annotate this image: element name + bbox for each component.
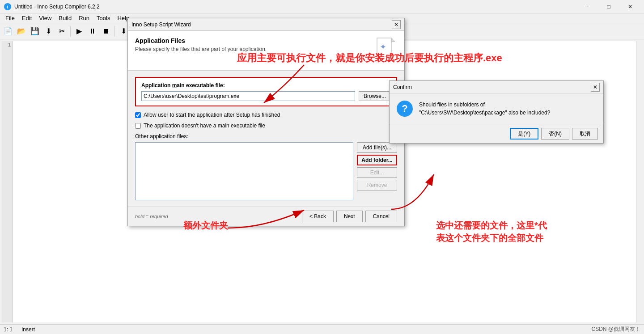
confirm-icon: ? bbox=[397, 101, 413, 117]
confirm-title: Confirm bbox=[393, 84, 591, 90]
menu-tools[interactable]: Tools bbox=[93, 14, 114, 22]
exe-label: Application main executable file: bbox=[141, 82, 391, 89]
title-bar: i Untitled - Inno Setup Compiler 6.2.2 ─… bbox=[0, 0, 644, 13]
exe-input[interactable]: C:\Users\user\Desktop\test\program.exe bbox=[141, 91, 355, 101]
line-numbers: 1 bbox=[2, 41, 13, 322]
next-button[interactable]: Next bbox=[336, 211, 363, 222]
yes-button[interactable]: 是(Y) bbox=[510, 128, 538, 140]
toolbar-separator2 bbox=[114, 26, 115, 37]
exe-section: Application main executable file: C:\Use… bbox=[135, 77, 397, 106]
files-area: Add file(s)... Add folder... Edit... Rem… bbox=[135, 142, 397, 200]
toolbar-run[interactable]: ▶ bbox=[73, 25, 85, 38]
add-folder-button[interactable]: Add folder... bbox=[357, 155, 397, 165]
allow-start-checkbox[interactable] bbox=[135, 112, 141, 118]
wizard-section-desc: Please specify the files that are part o… bbox=[135, 46, 267, 52]
confirm-body: ? Should files in subfolders of "C:\User… bbox=[390, 93, 603, 124]
no-exe-checkbox[interactable] bbox=[135, 123, 141, 129]
toolbar-separator bbox=[70, 26, 71, 37]
svg-text:i: i bbox=[7, 4, 8, 9]
confirm-dialog: Confirm ✕ ? Should files in subfolders o… bbox=[389, 80, 604, 144]
wizard-section-title: Application Files bbox=[135, 37, 267, 44]
cursor-position: 1: 1 bbox=[4, 326, 13, 333]
menu-edit[interactable]: Edit bbox=[18, 14, 35, 22]
cancel-button[interactable]: Cancel bbox=[365, 211, 397, 222]
confirm-text: Should files in subfolders of "C:\Users\… bbox=[419, 101, 550, 117]
browse-button[interactable]: Browse... bbox=[359, 91, 391, 101]
toolbar-download[interactable]: ⬇ bbox=[42, 25, 55, 38]
menu-file[interactable]: File bbox=[2, 14, 18, 22]
wizard-header-text: Application Files Please specify the fil… bbox=[135, 37, 267, 52]
svg-text:✦: ✦ bbox=[380, 42, 386, 51]
close-button[interactable]: ✕ bbox=[620, 0, 640, 13]
minimize-button[interactable]: ─ bbox=[577, 0, 597, 13]
status-bar: 1: 1 Insert CSDN @低调网友！ bbox=[0, 324, 644, 334]
remove-button[interactable]: Remove bbox=[357, 180, 397, 190]
svg-marker-3 bbox=[391, 38, 395, 42]
app-logo: i bbox=[4, 3, 12, 11]
wizard-file-icon: ✦ bbox=[375, 37, 397, 66]
confirm-footer: 是(Y) 否(N) 取消 bbox=[390, 124, 603, 143]
toolbar-new[interactable]: 📄 bbox=[2, 25, 14, 38]
no-button[interactable]: 否(N) bbox=[541, 128, 569, 140]
checkbox2-label: The application doesn't have a main exec… bbox=[144, 123, 265, 129]
scrollbar[interactable] bbox=[636, 41, 642, 322]
add-files-button[interactable]: Add file(s)... bbox=[357, 142, 397, 153]
files-buttons: Add file(s)... Add folder... Edit... Rem… bbox=[357, 142, 397, 200]
toolbar-stop[interactable]: ⏹ bbox=[100, 25, 112, 38]
menu-build[interactable]: Build bbox=[55, 14, 75, 22]
checkbox1-row: Allow user to start the application afte… bbox=[135, 112, 397, 118]
confirm-close-button[interactable]: ✕ bbox=[591, 83, 600, 92]
files-list[interactable] bbox=[135, 142, 353, 200]
checkbox1-label: Allow user to start the application afte… bbox=[144, 112, 280, 118]
menu-run[interactable]: Run bbox=[75, 14, 93, 22]
confirm-cancel-button[interactable]: 取消 bbox=[572, 128, 598, 140]
wizard-footer: bold = required < Back Next Cancel bbox=[128, 207, 404, 226]
edit-button[interactable]: Edit... bbox=[357, 167, 397, 178]
wizard-title: Inno Setup Script Wizard bbox=[131, 21, 392, 28]
menu-view[interactable]: View bbox=[35, 14, 55, 22]
brand-label: CSDN @低调网友！ bbox=[591, 326, 640, 333]
window-title: Untitled - Inno Setup Compiler 6.2.2 bbox=[14, 4, 577, 10]
window-controls: ─ □ ✕ bbox=[577, 0, 640, 13]
toolbar-pause[interactable]: ⏸ bbox=[86, 25, 99, 38]
toolbar-save[interactable]: 💾 bbox=[29, 25, 41, 38]
toolbar-open[interactable]: 📂 bbox=[15, 25, 28, 38]
maximize-button[interactable]: □ bbox=[598, 0, 619, 13]
other-files-label: Other application files: bbox=[135, 133, 397, 140]
footer-buttons: < Back Next Cancel bbox=[302, 211, 397, 222]
wizard-title-bar: Inno Setup Script Wizard ✕ bbox=[128, 18, 404, 31]
footer-hint: bold = required bbox=[135, 214, 302, 219]
back-button[interactable]: < Back bbox=[302, 211, 334, 222]
wizard-body: Application main executable file: C:\Use… bbox=[128, 71, 404, 207]
checkbox2-row: The application doesn't have a main exec… bbox=[135, 123, 397, 129]
confirm-title-bar: Confirm ✕ bbox=[390, 81, 603, 93]
wizard-header: Application Files Please specify the fil… bbox=[128, 31, 404, 71]
exe-input-row: C:\Users\user\Desktop\test\program.exe B… bbox=[141, 91, 391, 101]
editor-mode: Insert bbox=[21, 326, 35, 333]
toolbar-cut[interactable]: ✂ bbox=[55, 25, 68, 38]
wizard-close-button[interactable]: ✕ bbox=[392, 20, 401, 29]
wizard-dialog: Inno Setup Script Wizard ✕ Application F… bbox=[127, 18, 405, 226]
